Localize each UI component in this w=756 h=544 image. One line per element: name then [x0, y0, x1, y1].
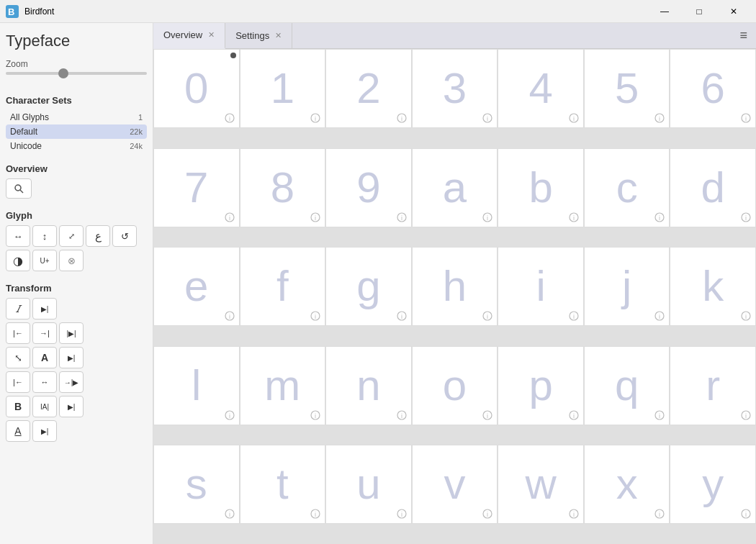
glyph-cell[interactable]: 2i: [325, 49, 412, 128]
bold-button[interactable]: B: [6, 396, 30, 417]
metrics-button[interactable]: IA|: [32, 396, 57, 417]
unicode-button[interactable]: U+: [32, 250, 57, 271]
tab-settings[interactable]: Settings✕: [225, 23, 292, 49]
glyph-info-button[interactable]: i: [654, 509, 665, 520]
glyph-cell[interactable]: ti: [240, 445, 326, 524]
rotate-button[interactable]: ↺: [112, 225, 137, 247]
arabic-button[interactable]: ع: [86, 225, 110, 247]
glyph-cell[interactable]: ui: [325, 445, 412, 524]
glyph-cell[interactable]: hi: [412, 247, 498, 326]
left-bearing-button[interactable]: |←: [6, 322, 30, 344]
glyph-cell[interactable]: qi: [584, 346, 670, 425]
glyph-info-button[interactable]: i: [654, 311, 665, 322]
glyph-info-button[interactable]: i: [310, 509, 320, 520]
remove-glyph-button[interactable]: ⊗: [59, 250, 84, 271]
move-right-button[interactable]: →|▶: [59, 371, 84, 393]
glyph-info-button[interactable]: i: [569, 212, 579, 224]
glyph-cell[interactable]: ki: [670, 247, 756, 326]
glyph-cell[interactable]: di: [670, 148, 756, 227]
glyph-info-button[interactable]: i: [741, 410, 751, 422]
glyph-info-button[interactable]: i: [397, 509, 407, 520]
zoom-slider[interactable]: [6, 72, 147, 75]
resize-button[interactable]: ⤡: [6, 347, 30, 368]
glyph-cell[interactable]: 3i: [412, 49, 498, 128]
tab-overview[interactable]: Overview✕: [153, 23, 225, 49]
tab-menu-button[interactable]: ≡: [731, 28, 756, 43]
glyph-cell[interactable]: yi: [670, 445, 756, 524]
add-component-button[interactable]: ⤢: [59, 225, 84, 247]
glyph-info-button[interactable]: i: [741, 509, 751, 520]
glyph-cell[interactable]: 0i: [153, 49, 240, 128]
glyph-cell[interactable]: ei: [153, 247, 240, 326]
char-set-item-unicode[interactable]: Unicode24k: [6, 139, 147, 153]
glyph-cell[interactable]: si: [153, 445, 240, 524]
flip-vertical-button[interactable]: ↕: [32, 225, 57, 247]
move-left-button[interactable]: |←: [6, 371, 30, 393]
glyph-info-button[interactable]: i: [482, 509, 492, 520]
glyph-info-button[interactable]: i: [654, 410, 665, 422]
glyph-info-button[interactable]: i: [569, 410, 579, 422]
transform-spacing2-button[interactable]: ▶|: [59, 347, 84, 368]
glyph-cell[interactable]: vi: [412, 445, 498, 524]
glyph-cell[interactable]: ni: [325, 346, 412, 425]
close-button[interactable]: ✕: [717, 0, 750, 23]
move-center-button[interactable]: ↔: [32, 371, 57, 393]
glyph-info-button[interactable]: i: [310, 311, 320, 322]
search-button[interactable]: [6, 178, 32, 199]
glyph-cell[interactable]: gi: [325, 247, 412, 326]
glyph-cell[interactable]: 6i: [670, 49, 756, 128]
glyph-info-button[interactable]: i: [397, 311, 407, 322]
right-bearing-button[interactable]: →|: [32, 322, 57, 344]
transform-a2-button[interactable]: A: [6, 420, 30, 442]
flip-horizontal-button[interactable]: ↔: [6, 225, 30, 247]
glyph-info-button[interactable]: i: [310, 212, 320, 224]
glyph-info-button[interactable]: i: [482, 212, 492, 224]
glyph-cell[interactable]: ii: [498, 247, 584, 326]
glyph-info-button[interactable]: i: [225, 509, 235, 520]
glyph-info-button[interactable]: i: [482, 410, 492, 422]
transform-last-button[interactable]: ▶|: [32, 420, 57, 442]
spacing-button[interactable]: |▶|: [59, 322, 84, 344]
italic-button[interactable]: 𝘐: [6, 298, 30, 319]
glyph-cell[interactable]: ci: [584, 148, 670, 227]
glyph-info-button[interactable]: i: [225, 410, 235, 422]
char-set-item-all-glyphs[interactable]: All Glyphs1: [6, 110, 147, 124]
glyph-cell[interactable]: 4i: [498, 49, 584, 128]
glyph-info-button[interactable]: i: [310, 410, 320, 422]
glyph-info-button[interactable]: i: [397, 113, 407, 124]
minimize-button[interactable]: —: [648, 0, 681, 23]
glyph-cell[interactable]: mi: [240, 346, 326, 425]
glyph-cell[interactable]: wi: [498, 445, 584, 524]
glyph-cell[interactable]: oi: [412, 346, 498, 425]
glyph-cell[interactable]: pi: [498, 346, 584, 425]
metrics2-button[interactable]: ▶|: [59, 396, 84, 417]
tab-close-icon[interactable]: ✕: [208, 30, 215, 40]
toggle-dark-button[interactable]: ◑: [6, 250, 30, 271]
glyph-info-button[interactable]: i: [397, 212, 407, 224]
glyph-info-button[interactable]: i: [397, 410, 407, 422]
glyph-info-button[interactable]: i: [741, 311, 751, 322]
glyph-info-button[interactable]: i: [654, 212, 665, 224]
glyph-info-button[interactable]: i: [225, 113, 235, 124]
transform-a-button[interactable]: A: [32, 347, 57, 368]
glyph-cell[interactable]: ji: [584, 247, 670, 326]
maximize-button[interactable]: □: [683, 0, 716, 23]
char-set-item-default[interactable]: Default22k: [6, 124, 147, 139]
glyph-cell[interactable]: fi: [240, 247, 326, 326]
glyph-cell[interactable]: li: [153, 346, 240, 425]
glyph-info-button[interactable]: i: [225, 212, 235, 224]
glyph-info-button[interactable]: i: [310, 113, 320, 124]
glyph-info-button[interactable]: i: [569, 311, 579, 322]
glyph-cell[interactable]: ai: [412, 148, 498, 227]
glyph-cell[interactable]: 7i: [153, 148, 240, 227]
glyph-info-button[interactable]: i: [569, 509, 579, 520]
glyph-cell[interactable]: 5i: [584, 49, 670, 128]
glyph-cell[interactable]: bi: [498, 148, 584, 227]
glyph-cell[interactable]: 8i: [240, 148, 326, 227]
advance-right-button[interactable]: ▶|: [32, 298, 57, 319]
glyph-info-button[interactable]: i: [569, 113, 579, 124]
glyph-cell[interactable]: 9i: [325, 148, 412, 227]
glyph-cell[interactable]: 1i: [240, 49, 326, 128]
glyph-cell[interactable]: ri: [670, 346, 756, 425]
glyph-info-button[interactable]: i: [482, 311, 492, 322]
